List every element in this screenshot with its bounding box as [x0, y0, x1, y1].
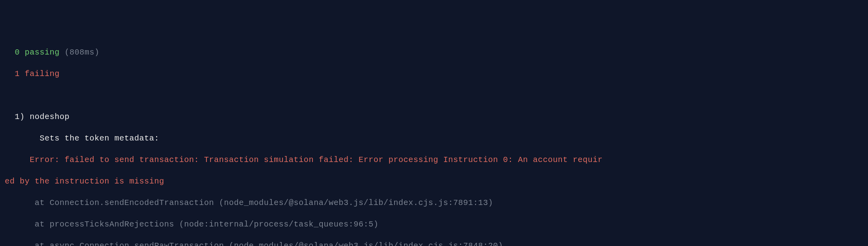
- blank-line: [0, 90, 868, 101]
- test-number: 1): [15, 112, 25, 121]
- test-summary-passing: 0 passing (808ms): [0, 47, 868, 58]
- test-title-line: Sets the token metadata:: [0, 133, 868, 144]
- stack-trace-line: at async Connection.sendRawTransaction (…: [0, 240, 868, 246]
- passing-time: (808ms): [65, 48, 100, 57]
- stack-trace-line: at processTicksAndRejections (node:inter…: [0, 219, 868, 230]
- passing-label: passing: [25, 48, 60, 57]
- error-message-line-2: ed by the instruction is missing: [0, 176, 868, 187]
- test-suite: nodeshop: [30, 112, 70, 121]
- failing-label: failing: [25, 69, 60, 78]
- test-summary-failing: 1 failing: [0, 68, 868, 79]
- error-message-line-1: Error: failed to send transaction: Trans…: [0, 154, 868, 165]
- failing-count: 1: [15, 69, 20, 78]
- test-header: 1) nodeshop: [0, 111, 868, 122]
- stack-trace-line: at Connection.sendEncodedTransaction (no…: [0, 197, 868, 208]
- passing-count: 0: [15, 48, 20, 57]
- test-title: Sets the token metadata:: [40, 134, 159, 143]
